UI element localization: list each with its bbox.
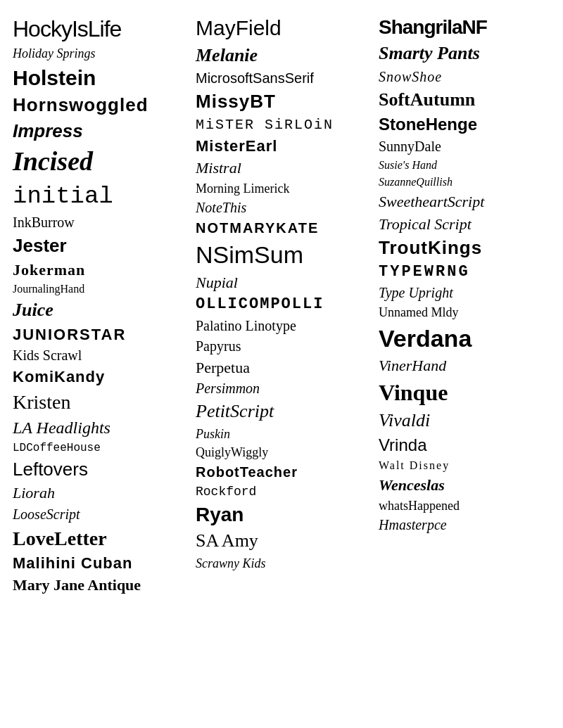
font-item-whatshappened: whatsHappened bbox=[379, 497, 550, 515]
font-item-melanie: Melanie bbox=[196, 44, 367, 68]
font-item-loveletter: LoveLetter bbox=[13, 525, 184, 551]
font-item-stonehenge: StoneHenge bbox=[379, 113, 550, 136]
font-item-verdana: Verdana bbox=[379, 323, 550, 355]
font-list-page: HockyIsLifeHoliday SpringsHolsteinHornsw… bbox=[0, 0, 563, 728]
font-item-suzannequillish: SuzanneQuillish bbox=[379, 174, 550, 190]
font-item-komikandy: KomiKandy bbox=[13, 366, 184, 388]
font-item-nsimsum: NSimSum bbox=[196, 239, 367, 271]
font-item-rockford: Rockford bbox=[196, 483, 367, 501]
font-item-juice: Juice bbox=[13, 298, 184, 323]
font-item-petitscript: PetitScript bbox=[196, 400, 367, 424]
font-item-microsoftsans: MicrosoftSansSerif bbox=[196, 69, 367, 88]
font-item-journalinghand: JournalingHand bbox=[13, 281, 184, 297]
font-item-jester: Jester bbox=[13, 234, 184, 258]
font-item-incised: Incised bbox=[13, 144, 184, 179]
font-item-robotteacher: RobotTeacher bbox=[196, 463, 367, 482]
font-item-maryjane: Mary Jane Antique bbox=[13, 575, 184, 596]
font-item-mistersirloin: MiSTER SiRLOiN bbox=[196, 115, 367, 134]
font-item-troutkings: TroutKings bbox=[379, 236, 550, 260]
font-item-waltdisney: Walt Disney bbox=[379, 458, 550, 473]
font-item-palatino: Palatino Linotype bbox=[196, 317, 367, 336]
font-item-liorah: Liorah bbox=[13, 483, 184, 504]
font-item-hmasterpce: Hmasterpce bbox=[379, 516, 550, 535]
font-item-sunnydale: SunnyDale bbox=[379, 137, 550, 156]
font-item-missybt: MissyBT bbox=[196, 89, 367, 114]
font-item-typewrng: TYPEWRNG bbox=[379, 262, 550, 283]
font-item-holstein: Holstein bbox=[13, 64, 184, 92]
font-item-papyrus: Papyrus bbox=[196, 337, 367, 356]
font-item-holiday-springs: Holiday Springs bbox=[13, 45, 184, 63]
font-item-notethis: NoteThis bbox=[196, 198, 367, 217]
font-item-tropicalscript: Tropical Script bbox=[379, 214, 550, 235]
font-item-sweetheartscript: SweetheartScript bbox=[379, 191, 550, 212]
font-item-vivaldi: Vivaldi bbox=[379, 409, 550, 433]
font-item-susieshand: Susie's Hand bbox=[379, 158, 550, 173]
font-item-hockyislife: HockyIsLife bbox=[13, 14, 184, 44]
font-item-persimmon: Persimmon bbox=[196, 379, 367, 398]
font-item-ldcoffeehouse: LDCoffeeHouse bbox=[13, 440, 184, 456]
font-item-quiglywiggly: QuiglyWiggly bbox=[196, 444, 367, 461]
font-item-leftovers: Leftovers bbox=[13, 457, 184, 482]
font-item-nupial: Nupial bbox=[196, 272, 367, 293]
font-item-impress: Impress bbox=[13, 119, 184, 143]
font-item-mayfield: MayField bbox=[196, 14, 367, 42]
font-item-perpetua: Perpetua bbox=[196, 357, 367, 378]
font-column-col1: HockyIsLifeHoliday SpringsHolsteinHornsw… bbox=[7, 14, 190, 714]
font-item-mistral: Mistral bbox=[196, 158, 367, 179]
font-item-jokerman: Jokerman bbox=[13, 260, 184, 281]
font-item-notmarykate: NOTMARYKATE bbox=[196, 219, 367, 238]
font-item-hornswoggled: Hornswoggled bbox=[13, 93, 184, 117]
font-item-kids-scrawl: Kids Scrawl bbox=[13, 346, 184, 365]
font-item-smartypants: Smarty Pants bbox=[379, 41, 550, 66]
font-item-shangrilanf: ShangrilaNF bbox=[379, 14, 550, 40]
font-item-wenceslas: Wenceslas bbox=[379, 475, 550, 496]
font-item-unnamedmldy: Unnamed Mldy bbox=[379, 304, 550, 321]
font-item-juniorstar: JUNIORSTAR bbox=[13, 324, 184, 345]
font-item-saamy: SA Amy bbox=[196, 529, 367, 554]
font-item-typeupright: Type Upright bbox=[379, 283, 550, 302]
font-item-loosescript: LooseScript bbox=[13, 505, 184, 524]
font-item-morning: Morning Limerick bbox=[196, 180, 367, 198]
font-item-inkburrow: InkBurrow bbox=[13, 213, 184, 232]
font-item-softautumn: SoftAutumn bbox=[379, 88, 550, 113]
font-item-vinque: Vinque bbox=[379, 378, 550, 407]
font-item-initial: initial bbox=[13, 181, 184, 212]
font-item-ryan: Ryan bbox=[196, 502, 367, 528]
font-column-col3: ShangrilaNFSmarty PantsSnowShoeSoftAutum… bbox=[373, 14, 556, 714]
font-item-laheadlights: LA Headlights bbox=[13, 416, 184, 439]
font-item-scrawnykids: Scrawny Kids bbox=[196, 555, 367, 573]
font-item-puskin: Puskin bbox=[196, 426, 367, 443]
font-item-vinerhand: VinerHand bbox=[379, 355, 550, 376]
font-column-col2: MayFieldMelanieMicrosoftSansSerifMissyBT… bbox=[190, 14, 373, 714]
font-item-vrinda: Vrinda bbox=[379, 434, 550, 456]
font-item-kristen: Kristen bbox=[13, 389, 184, 415]
font-item-snowshoe: SnowShoe bbox=[379, 68, 550, 87]
font-item-malihini: Malihini Cuban bbox=[13, 553, 184, 574]
font-item-misterearl: MisterEarl bbox=[196, 136, 367, 157]
font-item-ollicompolli: OLLICOMPOLLI bbox=[196, 294, 367, 315]
